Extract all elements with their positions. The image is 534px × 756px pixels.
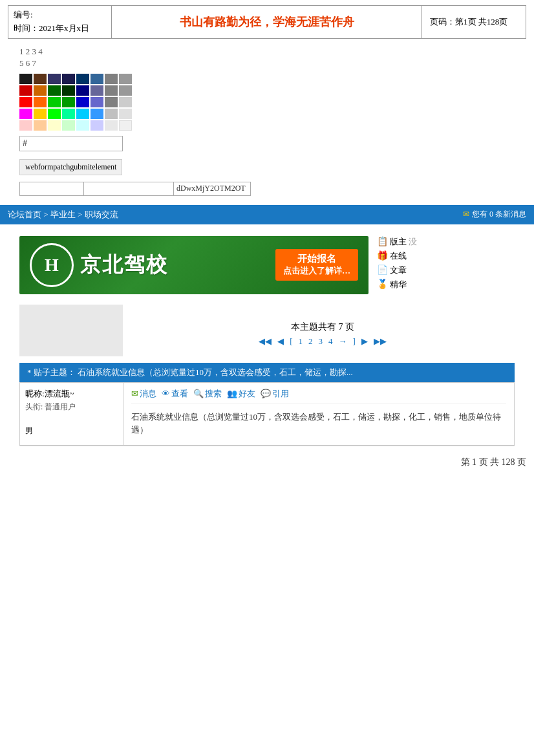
swatch[interactable]: [119, 74, 132, 84]
essence-icon: 🏅: [376, 279, 388, 290]
ad-cta[interactable]: 开始报名 点击进入了解详…: [275, 249, 358, 281]
page-1[interactable]: 1: [297, 336, 305, 347]
swatch[interactable]: [19, 85, 32, 96]
swatch[interactable]: [76, 120, 89, 131]
breadcrumb-career[interactable]: 职场交流: [85, 210, 118, 219]
color-row-1: [19, 74, 515, 84]
footer-page: 第 1 页 共 128 页: [0, 457, 526, 468]
color-row-3: [19, 97, 515, 107]
swatch[interactable]: [48, 85, 61, 96]
post-body: 石油系统就业信息（总浏览量过10万，含双选会感受，石工，储运，勘探，化工，销售，…: [131, 408, 506, 440]
swatch[interactable]: [119, 109, 132, 119]
swatch[interactable]: [119, 97, 132, 107]
input-field-3-display: dDwxMjY2OTM2OT: [173, 182, 251, 196]
post-action-col: ✉ 消息 👁 查看 🔍 搜索 👥 好友 💬 引用: [123, 383, 514, 446]
time-label: 时间：2021年x月x日: [14, 22, 106, 36]
breadcrumb-bar: 论坛首页 > 毕业生 > 职场交流 ✉ 您有 0 条新消息: [0, 205, 534, 224]
color-hex-input[interactable]: [30, 138, 101, 148]
swatch[interactable]: [105, 120, 118, 131]
num-label: 编号:: [14, 8, 106, 22]
ad-title: 京北驾校: [80, 251, 275, 279]
page-arrow[interactable]: →: [337, 336, 349, 347]
article-icon: 📄: [376, 265, 388, 276]
page-last[interactable]: ▶▶: [372, 336, 389, 347]
swatch[interactable]: [119, 120, 132, 131]
swatch[interactable]: [19, 97, 32, 107]
swatch[interactable]: [48, 74, 61, 84]
cta-line1: 开始报名: [283, 253, 350, 265]
page-3[interactable]: 3: [317, 336, 325, 347]
pagination-info: 本主题共有 7 页 ◀◀ ◀ [ 1 2 3 4 → ] ▶ ▶▶: [131, 314, 515, 347]
swatch[interactable]: [105, 74, 118, 84]
action-quote[interactable]: 💬 引用: [261, 388, 289, 400]
swatch[interactable]: [76, 85, 89, 96]
page-next[interactable]: ▶: [359, 336, 370, 347]
swatch[interactable]: [19, 109, 32, 119]
hash-input-row: #: [19, 136, 123, 151]
color-row-4: [19, 109, 515, 119]
page-header: 编号: 时间：2021年x月x日 书山有路勤为径，学海无涯苦作舟 页码：第1页 …: [8, 5, 526, 39]
swatch[interactable]: [105, 109, 118, 119]
swatch[interactable]: [91, 109, 103, 119]
ad-banner[interactable]: H 京北驾校 开始报名 点击进入了解详…: [19, 236, 368, 294]
hash-symbol: #: [23, 138, 27, 149]
input-field-2[interactable]: [83, 182, 174, 196]
ad-text-area: 京北驾校: [80, 251, 275, 279]
friend-label: 好友: [239, 388, 255, 400]
swatch[interactable]: [91, 85, 103, 96]
action-message[interactable]: ✉ 消息: [131, 388, 156, 400]
swatch[interactable]: [105, 97, 118, 107]
mail-notice-text: 您有 0 条新消息: [472, 209, 526, 220]
swatch[interactable]: [62, 97, 75, 107]
swatch[interactable]: [105, 85, 118, 96]
action-friend[interactable]: 👥 好友: [227, 388, 255, 400]
quote-label: 引用: [272, 388, 289, 400]
swatch[interactable]: [48, 97, 61, 107]
swatch[interactable]: [119, 85, 132, 96]
swatch[interactable]: [34, 120, 47, 131]
page-2[interactable]: 2: [306, 336, 315, 347]
action-view[interactable]: 👁 查看: [162, 388, 188, 400]
swatch[interactable]: [19, 74, 32, 84]
side-icons: 📋 版主 没 🎁 在线 📄 文章 🏅 精华: [376, 236, 417, 294]
breadcrumb-sep2: >: [78, 210, 85, 219]
swatch[interactable]: [91, 120, 103, 131]
side-icon-online: 🎁 在线: [376, 250, 417, 262]
page-info: 页码：第1页 共128页: [430, 16, 507, 28]
input-field-1[interactable]: [19, 182, 84, 196]
cta-line2: 点击进入了解详…: [283, 265, 350, 277]
quote-icon: 💬: [261, 389, 271, 399]
view-label: 查看: [171, 388, 188, 400]
user-role: 头衔: 普通用户: [25, 402, 118, 413]
submit-button[interactable]: webformpatchgubmitelement: [19, 159, 122, 175]
swatch[interactable]: [62, 120, 75, 131]
page-prev[interactable]: ◀: [275, 336, 286, 347]
swatch[interactable]: [34, 97, 47, 107]
swatch[interactable]: [19, 120, 32, 131]
swatch[interactable]: [34, 74, 47, 84]
swatch[interactable]: [91, 74, 103, 84]
side-icon-article: 📄 文章: [376, 265, 417, 276]
swatch[interactable]: [76, 74, 89, 84]
page-first[interactable]: ◀◀: [257, 336, 273, 347]
swatch[interactable]: [76, 109, 89, 119]
page-4[interactable]: 4: [326, 336, 335, 347]
breadcrumb-graduate[interactable]: 毕业生: [50, 210, 76, 219]
color-row-2: [19, 85, 515, 96]
breadcrumb-home[interactable]: 论坛首页: [8, 210, 41, 219]
admin-icon: 📋: [376, 236, 388, 248]
message-label: 消息: [140, 388, 156, 400]
swatch[interactable]: [48, 120, 61, 131]
breadcrumb: 论坛首页 > 毕业生 > 职场交流: [8, 209, 118, 221]
swatch[interactable]: [34, 109, 47, 119]
swatch[interactable]: [76, 97, 89, 107]
swatch[interactable]: [91, 97, 103, 107]
content-area: 1 2 3 4 5 6 7: [19, 47, 515, 196]
swatch[interactable]: [62, 109, 75, 119]
swatch[interactable]: [34, 85, 47, 96]
swatch[interactable]: [62, 85, 75, 96]
message-icon: ✉: [131, 389, 138, 399]
swatch[interactable]: [48, 109, 61, 119]
action-search[interactable]: 🔍 搜索: [193, 388, 222, 400]
swatch[interactable]: [62, 74, 75, 84]
